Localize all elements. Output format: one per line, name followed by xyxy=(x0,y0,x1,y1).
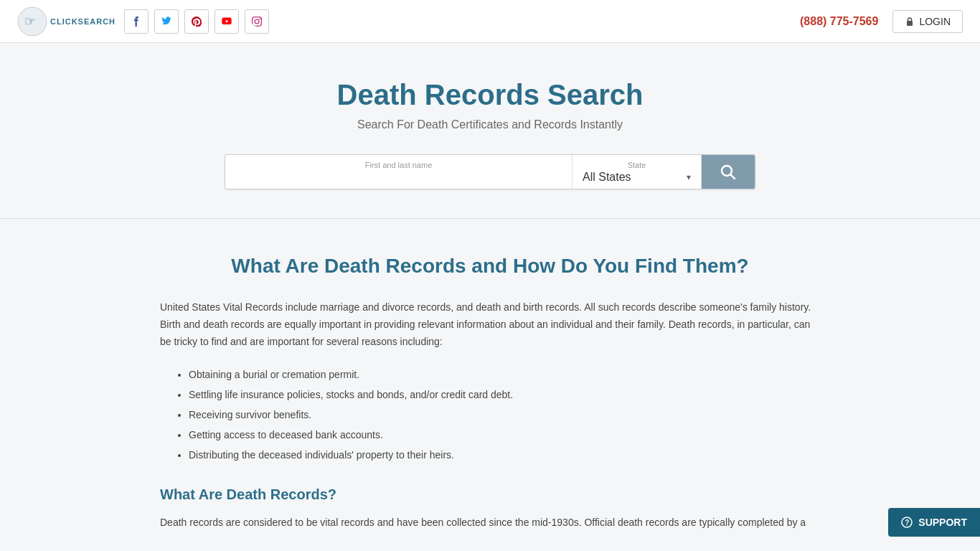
header: ☞ CLICKSEARCH (888) 775-7569 xyxy=(0,0,980,43)
search-container: First and last name State All States Ala… xyxy=(14,154,966,189)
svg-text:?: ? xyxy=(905,519,910,527)
page-subtitle: Search For Death Certificates and Record… xyxy=(14,118,966,131)
support-icon: ? xyxy=(901,517,913,528)
support-label: SUPPORT xyxy=(918,517,967,528)
search-icon xyxy=(720,164,736,180)
list-item: Distributing the deceased individuals' p… xyxy=(189,445,820,465)
twitter-button[interactable] xyxy=(154,9,179,34)
support-button[interactable]: ? SUPPORT xyxy=(888,508,980,537)
hero-section: Death Records Search Search For Death Ce… xyxy=(0,43,980,219)
facebook-icon xyxy=(131,17,141,27)
list-item: Getting access to deceased bank accounts… xyxy=(189,425,820,445)
name-input[interactable] xyxy=(235,171,562,183)
social-icons xyxy=(124,9,269,34)
login-button[interactable]: LOGIN xyxy=(892,10,963,33)
page-title: Death Records Search xyxy=(14,79,966,111)
state-select[interactable]: All States Alabama Alaska Arizona Arkans… xyxy=(583,171,682,183)
twitter-icon xyxy=(161,17,171,27)
list-item: Settling life insurance policies, stocks… xyxy=(189,385,820,405)
name-label: First and last name xyxy=(235,161,562,169)
main-content: What Are Death Records and How Do You Fi… xyxy=(146,219,834,551)
name-field-wrap: First and last name xyxy=(225,155,573,189)
svg-text:☞: ☞ xyxy=(24,14,36,29)
state-label: State xyxy=(583,161,691,169)
youtube-icon xyxy=(222,17,232,27)
svg-line-4 xyxy=(730,174,735,179)
header-right: (888) 775-7569 LOGIN xyxy=(800,10,963,33)
chevron-down-icon: ▾ xyxy=(687,172,691,182)
bullet-list: Obtaining a burial or cremation permit. … xyxy=(160,364,820,465)
state-field-wrap: State All States Alabama Alaska Arizona … xyxy=(573,155,702,189)
search-box: First and last name State All States Ala… xyxy=(225,154,755,189)
section1-title: What Are Death Records and How Do You Fi… xyxy=(160,255,820,278)
logo-icon: ☞ xyxy=(17,6,47,37)
login-label: LOGIN xyxy=(919,16,951,27)
logo-text: CLICKSEARCH xyxy=(50,17,116,26)
section2-text: Death records are considered to be vital… xyxy=(160,514,820,532)
pinterest-button[interactable] xyxy=(184,9,209,34)
section1-text: United States Vital Records include marr… xyxy=(160,299,820,350)
facebook-button[interactable] xyxy=(124,9,149,34)
list-item: Obtaining a burial or cremation permit. xyxy=(189,364,820,385)
section2-title: What Are Death Records? xyxy=(160,486,820,503)
svg-rect-2 xyxy=(907,21,913,26)
phone-number: (888) 775-7569 xyxy=(800,15,878,28)
header-left: ☞ CLICKSEARCH xyxy=(17,6,269,37)
lock-icon xyxy=(905,17,915,27)
youtube-button[interactable] xyxy=(215,9,239,34)
search-button[interactable] xyxy=(702,155,755,189)
pinterest-icon xyxy=(192,17,202,27)
list-item: Receiving survivor benefits. xyxy=(189,405,820,425)
state-select-wrapper: All States Alabama Alaska Arizona Arkans… xyxy=(583,171,691,183)
instagram-icon xyxy=(252,17,262,27)
logo[interactable]: ☞ CLICKSEARCH xyxy=(17,6,116,37)
instagram-button[interactable] xyxy=(245,9,269,34)
